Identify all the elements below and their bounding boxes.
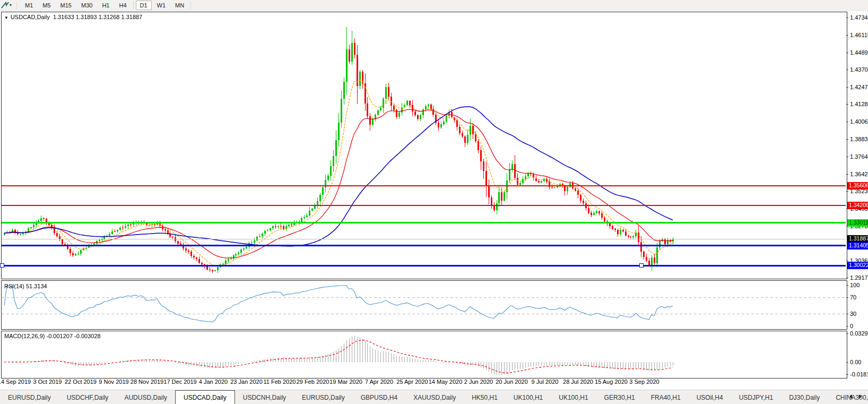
timeframe-button-m15[interactable]: M15: [56, 1, 76, 10]
price-axis[interactable]: 1.473401.461151.448901.437001.424751.412…: [846, 12, 868, 378]
chart-tab-eurusd-daily[interactable]: EURUSD,Daily: [294, 390, 353, 404]
price-line-tag: 1.33011: [847, 219, 868, 227]
chart-tab-xauusd-daily[interactable]: XAUUSD,Daily: [405, 390, 464, 404]
axis-tick-mark: [846, 87, 848, 88]
chart-tab-fra40-h1[interactable]: FRA40,H1: [643, 390, 689, 404]
axis-tick-mark: [846, 297, 848, 298]
chart-symbol-label: USDCAD,Daily: [11, 14, 50, 20]
axis-tick-mark: [846, 174, 848, 175]
timeframe-button-m1[interactable]: M1: [21, 1, 37, 10]
axis-tick-mark: [846, 122, 848, 122]
macd-label: MACD(12,26,9) -0.001207 -0.003028: [4, 333, 101, 339]
timeframe-button-d1[interactable]: D1: [136, 1, 152, 10]
axis-tick-mark: [846, 314, 848, 314]
timeframe-button-m5[interactable]: M5: [38, 1, 55, 10]
hline-drag-handle[interactable]: [0, 263, 4, 268]
price-line-tag: 1.31887: [847, 235, 868, 243]
chart-tab-uk100-h1[interactable]: UK100,H1: [506, 390, 551, 404]
collapse-chart-icon[interactable]: ▼: [4, 15, 8, 20]
timeframe-button-h4[interactable]: H4: [115, 1, 131, 10]
chart-title: ▼USDCAD,Daily 1.31633 1.31893 1.31268 1.…: [4, 14, 142, 20]
timeframe-bar: M1M5M15M30H1H4D1W1MN: [20, 1, 193, 10]
chart-ohlc-values: 1.31633 1.31893 1.31268 1.31887: [53, 14, 142, 20]
tabs-scroll-right-icon[interactable]: [859, 394, 862, 399]
tool-dropdown-caret-icon[interactable]: ▾: [10, 3, 12, 7]
price-axis-tick: 1.40060: [850, 118, 868, 125]
timeframe-button-w1[interactable]: W1: [153, 1, 170, 10]
hline-drag-handle[interactable]: [639, 263, 644, 268]
date-axis-label: 3 Sep 2020: [622, 379, 667, 385]
axis-tick-mark: [846, 35, 848, 36]
axis-tick-mark: [846, 326, 848, 326]
chart-tab-dj30-daily[interactable]: DJ30,Daily: [781, 390, 828, 404]
time-axis[interactable]: 14 Sep 20193 Oct 201922 Oct 20199 Nov 20…: [0, 378, 846, 386]
price-axis-tick: 1.36420: [850, 171, 868, 177]
macd-canvas[interactable]: [2, 331, 846, 377]
price-line-tag: 1.34206: [847, 202, 868, 209]
chart-tab-usdchf-daily[interactable]: USDCHF,Daily: [59, 390, 117, 404]
price-line-tag: 1.31405: [847, 242, 868, 250]
rsi-canvas[interactable]: [2, 281, 846, 328]
axis-tick-mark: [846, 18, 848, 18]
chart-cursor-tool-icon[interactable]: [1, 2, 9, 8]
rsi-axis-tick: 0: [850, 323, 853, 329]
rsi-axis-tick: 70: [850, 294, 856, 300]
main-chart-canvas[interactable]: [2, 12, 846, 278]
tabs-scroll-left-icon[interactable]: [849, 394, 852, 399]
chart-tab-audusd-daily[interactable]: AUDUSD,Daily: [116, 390, 175, 404]
chart-tab-uk100-h1[interactable]: UK100,H1: [551, 390, 596, 404]
axis-tick-mark: [846, 139, 848, 140]
axis-tick-mark: [846, 157, 848, 157]
rsi-label: RSI(14) 51.3134: [4, 283, 47, 289]
rsi-axis-tick: 30: [850, 311, 856, 317]
price-axis-tick: 1.38835: [850, 136, 868, 142]
chart-tab-ger30-h1[interactable]: GER30,H1: [596, 390, 643, 404]
price-axis-tick: 1.47340: [850, 14, 868, 21]
timeframe-button-mn[interactable]: MN: [171, 1, 188, 10]
rsi-axis-tick: 100: [850, 282, 860, 288]
price-line-tag: 1.35606: [847, 182, 868, 190]
chart-tab-usdjpy-h1[interactable]: USDJPY,H1: [731, 390, 781, 404]
axis-tick-mark: [846, 191, 848, 192]
axis-tick-mark: [846, 278, 848, 278]
chart-tab-bar: EURUSD,DailyUSDCHF,DailyAUDUSD,DailyUSDC…: [0, 390, 868, 404]
toolbar-separator: [190, 1, 191, 9]
toolbar: ▾ M1M5M15M30H1H4D1W1MN: [0, 0, 868, 11]
price-line-tag: 1.30022: [847, 262, 868, 269]
chart-tab-usdcad-daily[interactable]: USDCAD,Daily: [175, 390, 235, 404]
chart-tab-hk50-h1[interactable]: HK50,H1: [464, 390, 506, 404]
timeframe-button-h1[interactable]: H1: [98, 1, 114, 10]
axis-tick-mark: [846, 333, 848, 334]
price-axis-tick: 1.29175: [850, 274, 868, 281]
price-axis-tick: 1.43700: [850, 66, 868, 73]
chart-tab-gbpusd-h4[interactable]: GBPUSD,H4: [353, 390, 405, 404]
axis-tick-mark: [846, 374, 848, 375]
axis-tick-mark: [846, 104, 848, 105]
axis-tick-mark: [846, 53, 848, 53]
axis-tick-mark: [846, 362, 848, 363]
price-axis-tick: 1.41285: [850, 101, 868, 107]
macd-axis-tick: 0.00: [850, 359, 861, 365]
axis-tick-mark: [846, 70, 848, 70]
macd-axis-tick: 0.032972: [850, 330, 868, 337]
price-axis-tick: 1.42475: [850, 84, 868, 90]
price-axis-tick: 1.37645: [850, 153, 868, 160]
macd-axis-tick: -0.01815: [850, 371, 868, 377]
timeframe-button-m30[interactable]: M30: [77, 1, 97, 10]
chart-tab-usdcnh-daily[interactable]: USDCNH,Daily: [235, 390, 294, 404]
chart-tab-china300-h1[interactable]: CHINA300,H1: [828, 390, 868, 404]
toolbar-separator: [133, 1, 134, 9]
price-axis-tick: 1.46115: [850, 32, 868, 38]
chart-tab-usoil-h4[interactable]: USOil,H4: [689, 390, 731, 404]
axis-tick-mark: [846, 261, 848, 261]
toolbar-grip[interactable]: [15, 2, 18, 9]
axis-tick-mark: [846, 285, 848, 286]
price-axis-tick: 1.44890: [850, 49, 868, 56]
mt4-window: ▾ M1M5M15M30H1H4D1W1MN ▼USDCAD,Daily 1.3…: [0, 0, 868, 404]
chart-tab-eurusd-daily[interactable]: EURUSD,Daily: [0, 390, 59, 404]
